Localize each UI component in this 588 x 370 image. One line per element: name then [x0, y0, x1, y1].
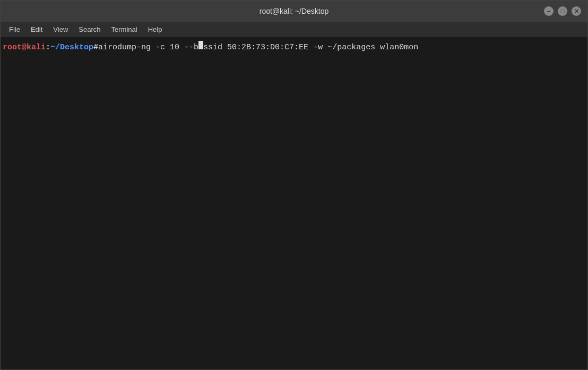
maximize-button[interactable]: □ — [558, 6, 567, 16]
menu-bar: File Edit View Search Terminal Help — [1, 22, 587, 38]
window-title: root@kali: ~/Desktop — [260, 7, 329, 15]
prompt-hash: # — [93, 42, 98, 54]
terminal-prompt-line: root@kali : ~/Desktop # airodump-ng -c 1… — [3, 41, 585, 54]
prompt-separator: : — [46, 42, 50, 54]
menu-help[interactable]: Help — [144, 24, 167, 35]
menu-view[interactable]: View — [49, 24, 72, 35]
cursor — [198, 41, 203, 49]
menu-edit[interactable]: Edit — [27, 24, 47, 35]
title-bar: root@kali: ~/Desktop − □ ✕ — [1, 1, 587, 22]
prompt-user: root@kali — [3, 42, 46, 54]
terminal-command-2: ssid 50:2B:73:D0:C7:EE -w ~/packages wla… — [203, 42, 418, 54]
terminal-window: root@kali: ~/Desktop − □ ✕ File Edit Vie… — [0, 0, 588, 370]
menu-file[interactable]: File — [5, 24, 24, 35]
window-controls: − □ ✕ — [544, 6, 581, 16]
minimize-button[interactable]: − — [544, 6, 554, 16]
prompt-path: ~/Desktop — [50, 42, 93, 54]
menu-terminal[interactable]: Terminal — [107, 24, 142, 35]
terminal-command: airodump-ng -c 10 --b — [98, 42, 198, 54]
close-button[interactable]: ✕ — [572, 6, 581, 16]
terminal-body[interactable]: root@kali : ~/Desktop # airodump-ng -c 1… — [1, 38, 587, 369]
menu-search[interactable]: Search — [74, 24, 105, 35]
